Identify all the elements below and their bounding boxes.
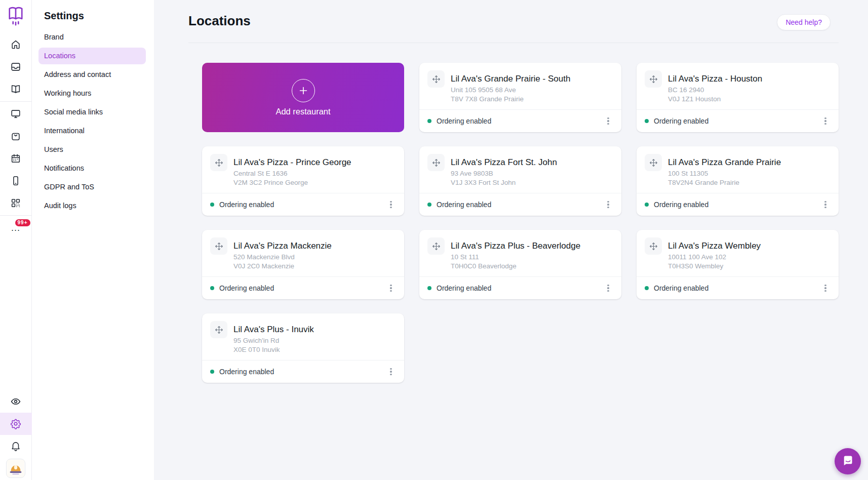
need-help-button[interactable]: Need help? xyxy=(777,14,831,30)
sidebar-nav-item[interactable]: Locations xyxy=(38,48,146,64)
sidebar-title: Settings xyxy=(38,10,146,22)
status-label: Ordering enabled xyxy=(437,284,491,292)
kebab-menu-icon[interactable] xyxy=(385,366,397,378)
qr-code-icon[interactable] xyxy=(0,192,32,214)
sidebar-nav-item[interactable]: Social media links xyxy=(38,104,146,121)
location-address-line2: T8V2N4 Grande Prairie xyxy=(668,178,781,187)
sidebar-nav-item[interactable]: Working hours xyxy=(38,85,146,102)
home-icon[interactable] xyxy=(0,33,32,56)
location-card[interactable]: Lil Ava's Grande Prairie - South Unit 10… xyxy=(419,63,621,132)
location-card[interactable]: Lil Ava's Pizza Grande Prairie 100 St 11… xyxy=(637,146,839,216)
location-address-line2: V2M 3C2 Prince George xyxy=(233,178,351,187)
kebab-menu-icon[interactable] xyxy=(385,198,397,211)
mobile-icon[interactable] xyxy=(0,170,32,192)
location-card-header: Lil Ava's Pizza Mackenzie 520 Mackenzie … xyxy=(202,230,404,276)
drag-move-icon[interactable] xyxy=(210,237,227,255)
location-card-footer: Ordering enabled xyxy=(202,193,404,216)
rail-divider xyxy=(0,215,32,216)
sidebar-nav-item[interactable]: GDPR and ToS xyxy=(38,179,146,195)
location-card-header: Lil Ava's Grande Prairie - South Unit 10… xyxy=(419,63,621,109)
rail-divider xyxy=(0,101,32,102)
location-address-line2: V1J 3X3 Fort St John xyxy=(451,178,557,187)
sidebar-nav-item[interactable]: International xyxy=(38,123,146,139)
status-dot-icon xyxy=(427,286,431,290)
more-apps-button[interactable]: ... 99+ xyxy=(0,217,32,239)
location-card[interactable]: Lil Ava's Pizza Plus - Beaverlodge 10 St… xyxy=(419,230,621,299)
location-name: Lil Ava's Grande Prairie - South xyxy=(451,73,570,84)
location-card[interactable]: Lil Ava's Pizza - Houston BC 16 2940 V0J… xyxy=(637,63,839,132)
status-dot-icon xyxy=(210,370,214,374)
drag-move-icon[interactable] xyxy=(210,321,227,338)
location-text-block: Lil Ava's Pizza Mackenzie 520 Mackenzie … xyxy=(233,237,332,276)
settings-sidebar: Settings Brand Locations Address and con… xyxy=(32,0,154,480)
sidebar-nav-item[interactable]: Address and contact xyxy=(38,66,146,83)
location-address-line1: 520 Mackenzie Blvd xyxy=(233,253,332,262)
drag-move-icon[interactable] xyxy=(427,237,445,255)
status-dot-icon xyxy=(210,203,214,207)
location-address-line2: T0H3S0 Wembley xyxy=(668,262,761,271)
sidebar-nav-item[interactable]: Users xyxy=(38,141,146,158)
main-content: Locations Need help? Add restaurant Lil … xyxy=(154,0,868,480)
location-text-block: Lil Ava's Pizza - Prince George Central … xyxy=(233,154,351,193)
status-label: Ordering enabled xyxy=(437,201,491,209)
inbox-icon[interactable] xyxy=(0,56,32,78)
status-dot-icon xyxy=(645,286,649,290)
status-dot-icon xyxy=(427,203,431,207)
kebab-menu-icon[interactable] xyxy=(819,282,832,294)
drag-move-icon[interactable] xyxy=(427,70,445,88)
calendar-icon[interactable] xyxy=(0,147,32,170)
eye-icon[interactable] xyxy=(0,390,32,413)
drag-move-icon[interactable] xyxy=(645,154,662,171)
location-name: Lil Ava's Plus - Inuvik xyxy=(233,324,314,335)
status-label: Ordering enabled xyxy=(219,368,274,376)
kebab-menu-icon[interactable] xyxy=(819,115,832,127)
location-card-footer: Ordering enabled xyxy=(202,360,404,383)
add-restaurant-card[interactable]: Add restaurant xyxy=(202,63,404,132)
gear-icon[interactable] xyxy=(0,413,32,435)
location-address-line2: T0H0C0 Beaverlodge xyxy=(451,262,580,271)
status-label: Ordering enabled xyxy=(654,284,708,292)
location-card-header: Lil Ava's Pizza - Prince George Central … xyxy=(202,146,404,193)
location-address-line1: Unit 105 9505 68 Ave xyxy=(451,86,570,95)
kebab-menu-icon[interactable] xyxy=(602,282,614,294)
drag-move-icon[interactable] xyxy=(427,154,445,171)
menu-book-icon[interactable] xyxy=(0,78,32,100)
location-card[interactable]: Lil Ava's Plus - Inuvik 95 Gwich'in Rd X… xyxy=(202,313,404,383)
notification-count-badge: 99+ xyxy=(15,219,30,226)
location-card-footer: Ordering enabled xyxy=(637,193,839,216)
chat-launcher-button[interactable] xyxy=(835,448,861,474)
location-address-line1: BC 16 2940 xyxy=(668,86,762,95)
location-card[interactable]: Lil Ava's Pizza - Prince George Central … xyxy=(202,146,404,216)
bell-icon[interactable] xyxy=(0,435,32,457)
restaurant-brand-avatar[interactable] xyxy=(6,459,25,478)
kebab-menu-icon[interactable] xyxy=(385,282,397,294)
brand-logo-icon[interactable] xyxy=(5,5,26,27)
sidebar-nav-item[interactable]: Notifications xyxy=(38,160,146,177)
status-label: Ordering enabled xyxy=(219,201,274,209)
location-card-footer: Ordering enabled xyxy=(419,193,621,216)
kebab-menu-icon[interactable] xyxy=(819,198,832,211)
location-card-footer: Ordering enabled xyxy=(202,276,404,299)
sidebar-nav-item[interactable]: Brand xyxy=(38,29,146,46)
location-address-line1: 100 St 11305 xyxy=(668,169,781,178)
orders-bag-icon[interactable] xyxy=(0,125,32,147)
location-address-line2: V0J 2C0 Mackenzie xyxy=(233,262,332,271)
location-card-header: Lil Ava's Pizza Grande Prairie 100 St 11… xyxy=(637,146,839,193)
drag-move-icon[interactable] xyxy=(645,237,662,255)
location-address-line1: 93 Ave 9803B xyxy=(451,169,557,178)
drag-move-icon[interactable] xyxy=(645,70,662,88)
drag-move-icon[interactable] xyxy=(210,154,227,171)
location-card[interactable]: Lil Ava's Pizza Wembley 10011 100 Ave 10… xyxy=(637,230,839,299)
kebab-menu-icon[interactable] xyxy=(602,115,614,127)
location-card[interactable]: Lil Ava's Pizza Mackenzie 520 Mackenzie … xyxy=(202,230,404,299)
location-text-block: Lil Ava's Pizza Wembley 10011 100 Ave 10… xyxy=(668,237,761,276)
location-name: Lil Ava's Pizza - Prince George xyxy=(233,157,351,168)
location-card-footer: Ordering enabled xyxy=(419,276,621,299)
location-address-line1: 10 St 111 xyxy=(451,253,580,262)
sidebar-nav-item[interactable]: Audit logs xyxy=(38,197,146,214)
display-icon[interactable] xyxy=(0,103,32,125)
location-name: Lil Ava's Pizza Wembley xyxy=(668,241,761,251)
location-card[interactable]: Lil Ava's Pizza Fort St. John 93 Ave 980… xyxy=(419,146,621,216)
kebab-menu-icon[interactable] xyxy=(602,198,614,211)
status-dot-icon xyxy=(210,286,214,290)
